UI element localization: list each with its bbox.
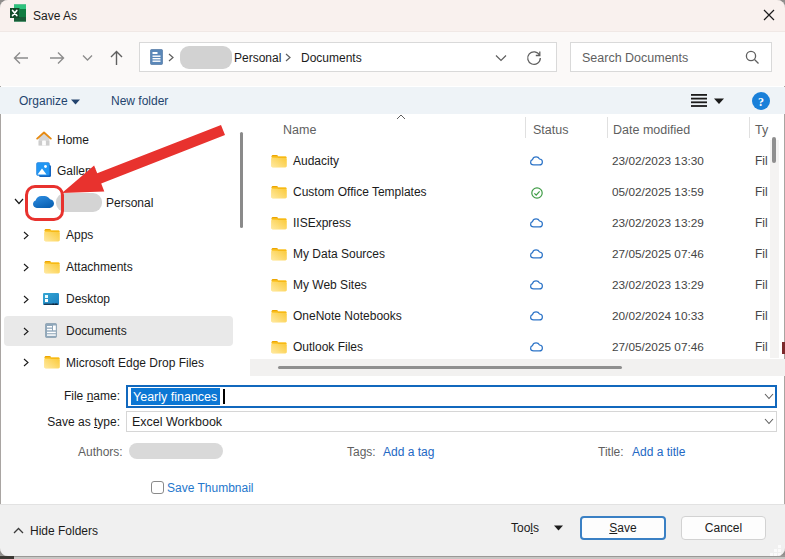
svg-text:?: ? [758, 95, 764, 109]
